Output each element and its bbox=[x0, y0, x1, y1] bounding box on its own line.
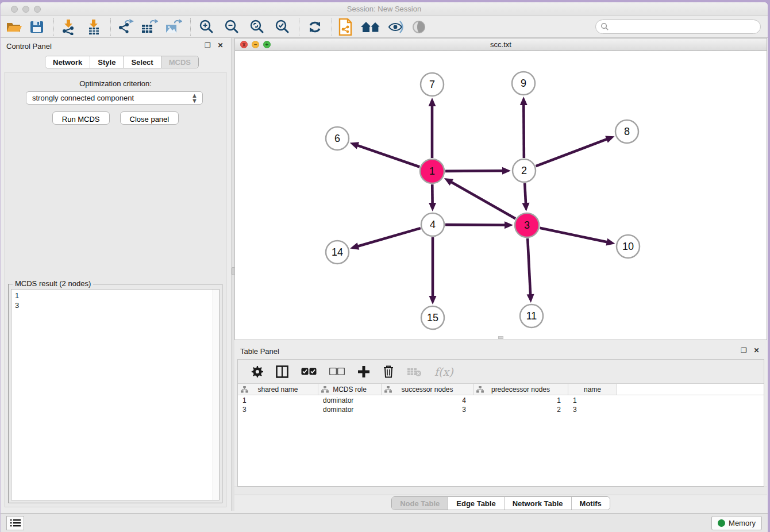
eye-disabled-button bbox=[410, 18, 428, 36]
svg-text:6: 6 bbox=[334, 133, 340, 144]
checked-boxes-icon bbox=[301, 368, 317, 375]
column-header-shared-name[interactable]: shared name bbox=[238, 384, 318, 395]
tab-node-table[interactable]: Node Table bbox=[392, 497, 448, 510]
save-session-button[interactable] bbox=[28, 18, 45, 36]
table-header: shared name MCDS role successor nodes pr… bbox=[238, 384, 764, 395]
tab-mcds[interactable]: MCDS bbox=[161, 56, 198, 68]
import-table-button[interactable] bbox=[85, 18, 102, 36]
table-tab-strip bbox=[234, 487, 767, 495]
eye-disabled-icon bbox=[411, 20, 426, 34]
memory-button[interactable]: Memory bbox=[711, 516, 762, 530]
svg-text:14: 14 bbox=[332, 246, 343, 258]
canvas-resize-handle-icon[interactable] bbox=[498, 336, 503, 339]
cell-mcds-role: dominator bbox=[318, 405, 382, 414]
memory-status-icon bbox=[718, 519, 725, 527]
import-network-icon bbox=[61, 19, 76, 35]
eye-slash-icon bbox=[387, 20, 405, 34]
mcds-result-textarea[interactable]: 1 3 bbox=[11, 289, 220, 500]
column-header-name[interactable]: name bbox=[568, 384, 617, 395]
float-panel-icon[interactable]: ❐ bbox=[204, 42, 211, 49]
column-label: successor nodes bbox=[401, 385, 453, 394]
table-settings-button[interactable] bbox=[251, 364, 263, 379]
refresh-button[interactable] bbox=[306, 18, 324, 36]
zoom-in-button[interactable] bbox=[198, 18, 215, 36]
search-icon bbox=[600, 22, 609, 31]
float-table-panel-icon[interactable]: ❐ bbox=[740, 347, 748, 354]
network-graph[interactable]: 1234678910111415 bbox=[235, 51, 767, 340]
hide-show-button[interactable] bbox=[387, 18, 405, 36]
table-row[interactable]: 3 dominator 3 2 3 bbox=[238, 405, 764, 414]
import-table-icon bbox=[86, 19, 101, 35]
cell-predecessor-nodes: 2 bbox=[473, 405, 568, 414]
refresh-icon bbox=[307, 20, 322, 34]
export-network-icon bbox=[117, 19, 134, 35]
column-header-successor-nodes[interactable]: successor nodes bbox=[382, 384, 473, 395]
home-button[interactable] bbox=[360, 18, 383, 36]
cell-shared-name: 3 bbox=[238, 405, 318, 414]
criterion-select[interactable]: strongly connected component ▲▼ bbox=[26, 91, 203, 105]
task-history-button[interactable] bbox=[6, 516, 24, 530]
open-session-file-button[interactable] bbox=[337, 18, 354, 36]
gear-icon bbox=[251, 365, 263, 378]
tab-edge-table[interactable]: Edge Table bbox=[448, 497, 503, 510]
export-image-button[interactable] bbox=[165, 18, 182, 36]
function-builder-button-disabled: f(x) bbox=[434, 364, 453, 379]
tab-network[interactable]: Network bbox=[45, 56, 90, 68]
add-column-button[interactable] bbox=[357, 364, 370, 379]
search-input[interactable] bbox=[609, 22, 760, 31]
status-bar: Memory bbox=[1, 513, 768, 532]
export-table-button[interactable] bbox=[141, 18, 158, 36]
app-window: Session: New Session bbox=[0, 2, 768, 532]
deselect-all-rows-button[interactable] bbox=[329, 364, 345, 379]
mcds-panel-body: Optimization criterion: strongly connect… bbox=[5, 72, 226, 507]
tab-network-table[interactable]: Network Table bbox=[504, 497, 571, 510]
table-row[interactable]: 1 dominator 4 1 1 bbox=[238, 396, 764, 405]
network-canvas[interactable]: 1234678910111415 bbox=[235, 51, 767, 340]
control-panel-title: Control Panel bbox=[6, 42, 52, 51]
delete-column-button[interactable] bbox=[383, 364, 394, 379]
tab-style[interactable]: Style bbox=[90, 56, 123, 68]
search-field[interactable] bbox=[595, 20, 761, 34]
zoom-out-icon bbox=[224, 20, 239, 34]
open-folder-icon bbox=[6, 20, 22, 34]
close-panel-icon[interactable]: ✕ bbox=[217, 42, 224, 49]
table-panel-title: Table Panel bbox=[240, 347, 279, 356]
close-panel-button[interactable]: Close panel bbox=[120, 111, 179, 125]
svg-text:7: 7 bbox=[429, 79, 435, 90]
session-document-icon bbox=[338, 18, 352, 36]
column-type-icon bbox=[321, 386, 329, 393]
plus-icon bbox=[357, 365, 370, 378]
open-file-button[interactable] bbox=[5, 18, 22, 36]
unchecked-boxes-icon bbox=[329, 368, 345, 375]
svg-text:1: 1 bbox=[429, 165, 435, 177]
zoom-selected-icon bbox=[275, 20, 290, 34]
delete-table-button-disabled bbox=[407, 364, 422, 379]
zoom-fit-button[interactable] bbox=[248, 18, 265, 36]
result-scrollbar[interactable] bbox=[213, 290, 219, 500]
zoom-selected-button[interactable] bbox=[274, 18, 291, 36]
main-toolbar bbox=[1, 16, 768, 38]
svg-text:9: 9 bbox=[521, 78, 526, 89]
tab-select[interactable]: Select bbox=[123, 56, 160, 68]
cell-successor-nodes: 4 bbox=[382, 396, 473, 405]
column-type-icon bbox=[241, 386, 248, 393]
cell-mcds-role: dominator bbox=[318, 396, 382, 405]
select-stepper-icon: ▲▼ bbox=[191, 93, 198, 103]
export-network-button[interactable] bbox=[117, 18, 134, 36]
criterion-value: strongly connected component bbox=[32, 94, 134, 102]
toggle-column-view-button[interactable] bbox=[276, 364, 288, 379]
svg-text:3: 3 bbox=[524, 219, 530, 231]
column-header-mcds-role[interactable]: MCDS role bbox=[318, 384, 382, 395]
cell-name: 1 bbox=[568, 396, 617, 405]
mcds-result-group: MCDS result (2 nodes) 1 3 bbox=[8, 284, 222, 503]
import-network-button[interactable] bbox=[60, 18, 77, 36]
column-type-icon bbox=[476, 386, 484, 393]
zoom-out-button[interactable] bbox=[223, 18, 240, 36]
close-table-panel-icon[interactable]: ✕ bbox=[753, 347, 760, 354]
tab-motifs[interactable]: Motifs bbox=[571, 497, 610, 510]
column-header-predecessor-nodes[interactable]: predecessor nodes bbox=[473, 384, 568, 395]
columns-icon bbox=[276, 365, 288, 378]
select-all-rows-button[interactable] bbox=[301, 364, 317, 379]
trash-icon bbox=[383, 365, 394, 378]
run-mcds-button[interactable]: Run MCDS bbox=[52, 111, 110, 125]
